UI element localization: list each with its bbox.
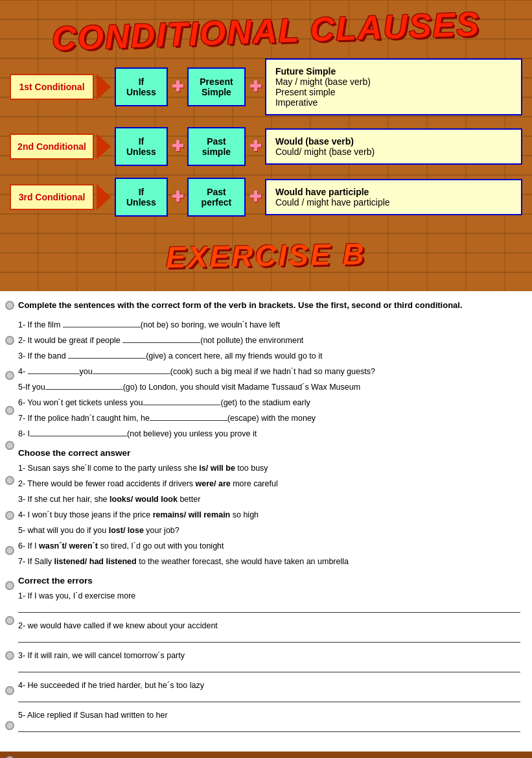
sentence-list-1: 1- If the film (not be) so boring, we wo… — [18, 318, 520, 440]
spiral-hole — [5, 511, 14, 520]
plus-icon-1: ✚ — [172, 78, 183, 95]
list-item: 1- Susan says she´ll come to the party u… — [18, 462, 520, 475]
list-item: 2- There would be fewer road accidents i… — [18, 477, 520, 490]
blank — [28, 373, 80, 374]
answer-bold: lost/ lose — [109, 526, 144, 535]
spiral-hole — [5, 546, 14, 555]
cond-label-1: 1st Conditional — [10, 74, 94, 100]
spiral-hole — [5, 371, 14, 380]
spiral-hole — [5, 301, 14, 310]
spiral-hole — [5, 406, 14, 415]
section2-header: Choose the correct answer — [18, 448, 520, 458]
conditional-row-2: 2nd Conditional IfUnless ✚ Pastsimple ✚ … — [10, 127, 522, 166]
plus-icon-3: ✚ — [172, 189, 183, 206]
answer-bold: were/ are — [196, 479, 231, 488]
arrow-icon-2 — [97, 134, 111, 160]
list-item: 4- He succeeded if he tried harder, but … — [18, 679, 520, 702]
correction-list: 1- If I was you, I´d exercise more 2- we… — [18, 589, 520, 732]
blank — [122, 342, 200, 343]
list-item: 7- If Sally listened/ had listened to th… — [18, 555, 520, 568]
brick-background: CONDITIONAL CLAUSES 1st Conditional IfUn… — [0, 0, 532, 291]
cond-label-3: 3rd Conditional — [10, 184, 94, 210]
blank — [68, 358, 146, 359]
cond-verb-box-1: PresentSimple — [187, 67, 246, 106]
blank — [93, 373, 170, 374]
list-item: 3- If the band (give) a concert here, al… — [18, 349, 520, 362]
list-item: 4- you(cook) such a big meal if we hadn´… — [18, 365, 520, 378]
plus-icon-2: ✚ — [172, 138, 183, 155]
answer-line — [18, 604, 520, 613]
blank — [45, 389, 123, 390]
answer-bold: looks/ would look — [110, 495, 178, 504]
list-item: 5- what will you do if you lost/ lose yo… — [18, 524, 520, 537]
answer-line — [18, 723, 520, 732]
answer-line — [18, 634, 520, 643]
cond-result-2: Would (base verb) Could/ might (base ver… — [265, 128, 522, 165]
arrow-icon-1 — [97, 74, 111, 100]
arrow-icon-3 — [97, 184, 111, 210]
blank — [63, 327, 141, 327]
list-item: 5- Alice replied if Susan had written to… — [18, 709, 520, 732]
spiral-hole — [5, 476, 14, 485]
plus-icon-3b: ✚ — [249, 189, 261, 206]
exercise-title: EXERCISE B — [166, 236, 367, 274]
cond-if-box-1: IfUnless — [115, 67, 168, 106]
title-area: CONDITIONAL CLAUSES — [10, 6, 522, 58]
plus-icon-2b: ✚ — [249, 138, 261, 155]
answer-bold: remains/ will remain — [153, 510, 231, 519]
spiral-hole — [5, 651, 14, 660]
cond-verb-box-2: Pastsimple — [187, 127, 246, 166]
list-item: 2- It would be great if people (not poll… — [18, 334, 520, 347]
blank — [143, 405, 220, 405]
list-item: 1- If I was you, I´d exercise more — [18, 589, 520, 613]
sentence-list-2: 1- Susan says she´ll come to the party u… — [18, 462, 520, 568]
main-title: CONDITIONAL CLAUSES — [51, 4, 481, 58]
section1-instructions: Complete the sentences with the correct … — [18, 299, 520, 312]
list-item: 3- If it will rain, we will cancel tomor… — [18, 649, 520, 672]
section1-header: Complete the sentences with the correct … — [18, 300, 463, 310]
conditional-row-1: 1st Conditional IfUnless ✚ PresentSimple… — [10, 58, 522, 115]
spiral-hole — [5, 721, 14, 730]
conditional-row-3: 3rd Conditional IfUnless ✚ Pastperfect ✚… — [10, 178, 522, 217]
list-item: 1- If the film (not be) so boring, we wo… — [18, 318, 520, 331]
list-item: 6- You won´t get tickets unless you(get)… — [18, 396, 520, 409]
cond-verb-box-3: Pastperfect — [187, 178, 246, 217]
answer-bold: wasn´t/ weren´t — [39, 541, 98, 551]
spiral-hole — [5, 616, 14, 625]
cond-if-box-3: IfUnless — [115, 178, 168, 217]
answer-line — [18, 693, 520, 702]
list-item: 3- If she cut her hair, she looks/ would… — [18, 493, 520, 506]
list-item: 2- we would have called if we knew about… — [18, 619, 520, 643]
spiral-hole — [5, 581, 14, 590]
spiral-hole — [5, 336, 14, 345]
cond-result-1: Future Simple May / might (base verb) Pr… — [265, 58, 522, 115]
list-item: 6- If I wasn´t/ weren´t so tired, I´d go… — [18, 539, 520, 552]
cond-if-box-2: IfUnless — [115, 127, 168, 166]
answer-bold: listened/ had listened — [54, 557, 137, 566]
spiral-hole — [5, 441, 14, 450]
section3-header: Correct the errors — [18, 576, 520, 586]
list-item: 7- If the police hadn´t caught him, he(e… — [18, 412, 520, 425]
cond-label-2: 2nd Conditional — [10, 134, 94, 160]
plus-icon-1b: ✚ — [249, 78, 261, 95]
list-item: 4- I won´t buy those jeans if the price … — [18, 508, 520, 521]
answer-line — [18, 663, 520, 672]
blank — [150, 420, 227, 421]
exercise-title-area: EXERCISE B — [10, 228, 522, 278]
list-item: 5-If you(go) to London, you should visit… — [18, 381, 520, 394]
spiral-holes — [5, 291, 14, 752]
cond-result-3: Would have participle Could / might have… — [265, 179, 522, 215]
answer-bold: is/ will be — [199, 464, 235, 473]
worksheet-section: Complete the sentences with the correct … — [0, 291, 532, 752]
spiral-hole — [5, 686, 14, 695]
list-item: 8- I(not believe) you unless you prove i… — [18, 427, 520, 440]
blank — [30, 436, 127, 436]
